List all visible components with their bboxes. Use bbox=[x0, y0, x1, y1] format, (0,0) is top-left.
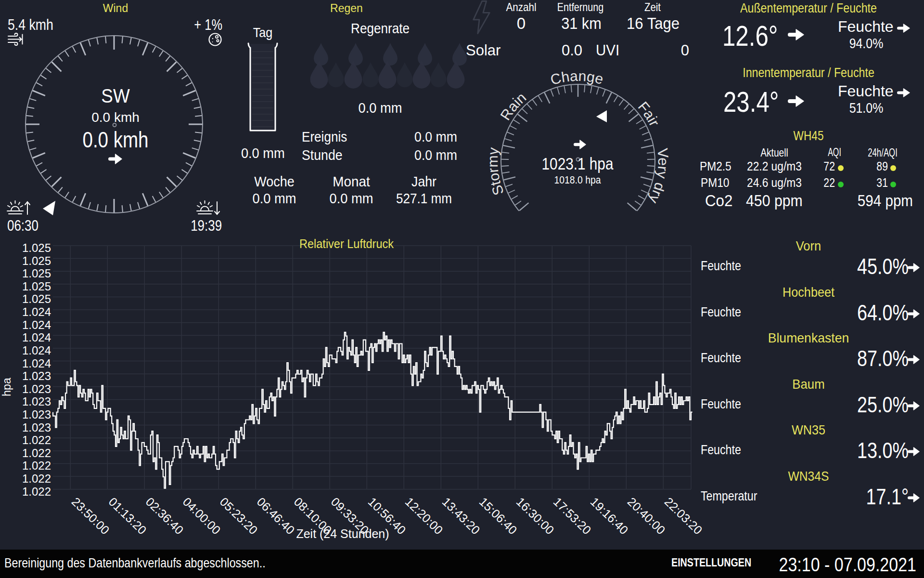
svg-text:Change: Change bbox=[549, 68, 605, 88]
svg-text:Fair: Fair bbox=[635, 99, 663, 129]
svg-text:Very dry: Very dry bbox=[646, 147, 671, 206]
svg-text:Stormy: Stormy bbox=[485, 146, 507, 197]
